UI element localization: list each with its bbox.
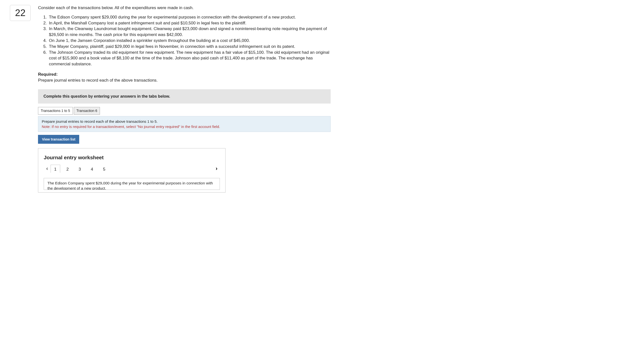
view-transaction-list-button[interactable]: View transaction list: [38, 135, 79, 144]
question-content: Consider each of the transactions below.…: [38, 5, 331, 193]
required-label: Required:: [38, 72, 58, 77]
page-5-button[interactable]: 5: [99, 165, 109, 173]
page-1-button[interactable]: 1: [50, 165, 60, 173]
tab-transactions-1-5[interactable]: Transactions 1 to 5: [38, 107, 73, 115]
required-text: Prepare journal entries to record each o…: [38, 77, 331, 83]
page-3-button[interactable]: 3: [75, 165, 85, 173]
question-number-badge: 22: [10, 5, 30, 21]
journal-worksheet: Journal entry worksheet ‹ 1 2 3 4 5 › Th…: [38, 148, 226, 193]
list-item: The Johnson Company traded its old equip…: [48, 49, 331, 67]
intro-text: Consider each of the transactions below.…: [38, 5, 331, 11]
worksheet-title: Journal entry worksheet: [44, 154, 220, 161]
worksheet-description: The Edison Company spent $29,000 during …: [44, 178, 220, 190]
list-item: In April, the Marshall Company lost a pa…: [48, 20, 331, 26]
tab-row: Transactions 1 to 5 Transaction 6: [38, 107, 331, 115]
list-item: On June 1, the Jamsen Corporation instal…: [48, 38, 331, 44]
instruction-note: Note: If no entry is required for a tran…: [42, 124, 327, 129]
transactions-list: The Edison Company spent $29,000 during …: [48, 14, 331, 67]
instruction-line: Prepare journal entries to record each o…: [42, 119, 327, 124]
tab-instruction-box: Prepare journal entries to record each o…: [38, 116, 331, 132]
list-item: The Edison Company spent $29,000 during …: [48, 14, 331, 20]
worksheet-pager: ‹ 1 2 3 4 5 ›: [44, 164, 220, 174]
page-4-button[interactable]: 4: [87, 165, 97, 173]
instruction-banner: Complete this question by entering your …: [38, 89, 331, 103]
list-item: In March, the Cleanway Laundromat bought…: [48, 26, 331, 38]
chevron-right-icon[interactable]: ›: [213, 164, 220, 174]
page-2-button[interactable]: 2: [63, 165, 72, 173]
tab-transaction-6[interactable]: Transaction 6: [74, 107, 100, 115]
chevron-left-icon[interactable]: ‹: [44, 164, 50, 174]
list-item: The Mayer Company, plaintiff, paid $29,0…: [48, 44, 331, 49]
